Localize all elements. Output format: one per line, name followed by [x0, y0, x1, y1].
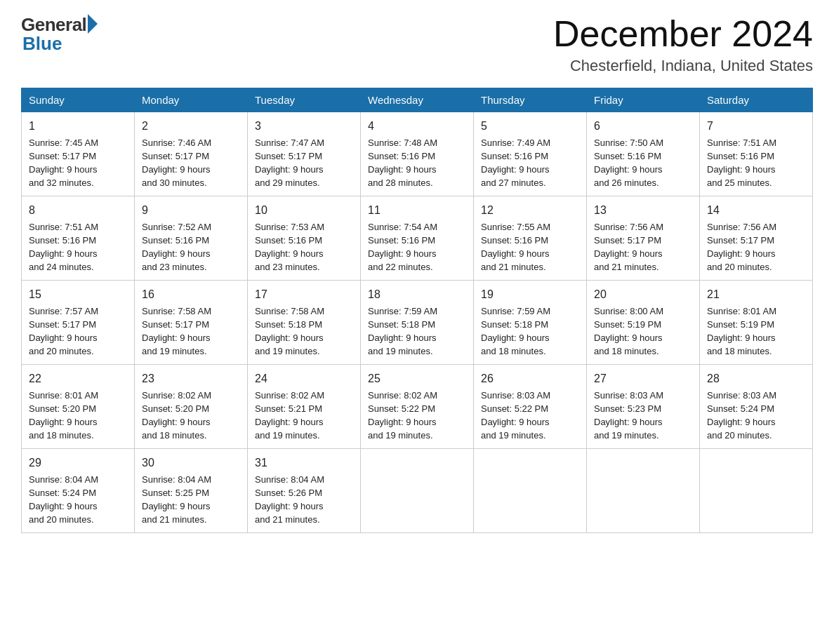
day-info: Sunrise: 8:03 AMSunset: 5:22 PMDaylight:…	[481, 389, 579, 442]
day-info: Sunrise: 8:03 AMSunset: 5:24 PMDaylight:…	[707, 389, 805, 442]
day-number: 17	[255, 286, 353, 302]
calendar-week-3: 15Sunrise: 7:57 AMSunset: 5:17 PMDayligh…	[22, 281, 813, 365]
day-info: Sunrise: 7:53 AMSunset: 5:16 PMDaylight:…	[255, 221, 353, 274]
calendar-body: 1Sunrise: 7:45 AMSunset: 5:17 PMDaylight…	[22, 112, 813, 533]
day-number: 9	[142, 202, 240, 218]
page-header: General Blue December 2024 Chesterfield,…	[21, 14, 813, 75]
calendar-cell: 23Sunrise: 8:02 AMSunset: 5:20 PMDayligh…	[135, 365, 248, 449]
calendar-cell: 31Sunrise: 8:04 AMSunset: 5:26 PMDayligh…	[248, 449, 361, 533]
day-number: 4	[368, 118, 466, 134]
day-info: Sunrise: 8:02 AMSunset: 5:21 PMDaylight:…	[255, 389, 353, 442]
calendar-cell: 2Sunrise: 7:46 AMSunset: 5:17 PMDaylight…	[135, 112, 248, 196]
day-info: Sunrise: 8:04 AMSunset: 5:26 PMDaylight:…	[255, 474, 353, 526]
day-number: 16	[142, 286, 240, 302]
calendar-cell: 1Sunrise: 7:45 AMSunset: 5:17 PMDaylight…	[22, 112, 135, 196]
calendar-week-5: 29Sunrise: 8:04 AMSunset: 5:24 PMDayligh…	[22, 449, 813, 533]
day-number: 29	[29, 455, 127, 471]
day-info: Sunrise: 7:58 AMSunset: 5:18 PMDaylight:…	[255, 305, 353, 358]
day-info: Sunrise: 7:55 AMSunset: 5:16 PMDaylight:…	[481, 221, 579, 274]
day-number: 28	[707, 370, 805, 387]
location-title: Chesterfield, Indiana, United States	[553, 57, 813, 75]
calendar-cell: 6Sunrise: 7:50 AMSunset: 5:16 PMDaylight…	[587, 112, 700, 196]
calendar-cell: 19Sunrise: 7:59 AMSunset: 5:18 PMDayligh…	[474, 281, 587, 365]
calendar-cell: 26Sunrise: 8:03 AMSunset: 5:22 PMDayligh…	[474, 365, 587, 449]
day-number: 3	[255, 118, 353, 134]
day-number: 7	[707, 118, 805, 134]
calendar-cell	[474, 449, 587, 533]
calendar-cell: 25Sunrise: 8:02 AMSunset: 5:22 PMDayligh…	[361, 365, 474, 449]
day-info: Sunrise: 8:01 AMSunset: 5:20 PMDaylight:…	[29, 389, 127, 442]
day-number: 23	[142, 370, 240, 387]
day-info: Sunrise: 7:46 AMSunset: 5:17 PMDaylight:…	[142, 137, 240, 189]
header-friday: Friday	[587, 88, 700, 112]
title-area: December 2024 Chesterfield, Indiana, Uni…	[553, 14, 813, 75]
header-saturday: Saturday	[700, 88, 813, 112]
calendar-cell: 28Sunrise: 8:03 AMSunset: 5:24 PMDayligh…	[700, 365, 813, 449]
day-number: 26	[481, 370, 579, 387]
calendar-cell: 22Sunrise: 8:01 AMSunset: 5:20 PMDayligh…	[22, 365, 135, 449]
calendar-cell: 10Sunrise: 7:53 AMSunset: 5:16 PMDayligh…	[248, 196, 361, 281]
day-number: 18	[368, 286, 466, 302]
day-info: Sunrise: 8:00 AMSunset: 5:19 PMDaylight:…	[594, 305, 692, 358]
month-title: December 2024	[553, 14, 813, 54]
day-number: 1	[29, 118, 127, 134]
calendar-cell: 9Sunrise: 7:52 AMSunset: 5:16 PMDaylight…	[135, 196, 248, 281]
day-info: Sunrise: 7:51 AMSunset: 5:16 PMDaylight:…	[707, 137, 805, 189]
calendar-cell: 3Sunrise: 7:47 AMSunset: 5:17 PMDaylight…	[248, 112, 361, 196]
calendar-week-2: 8Sunrise: 7:51 AMSunset: 5:16 PMDaylight…	[22, 196, 813, 281]
calendar-cell: 18Sunrise: 7:59 AMSunset: 5:18 PMDayligh…	[361, 281, 474, 365]
calendar-cell: 17Sunrise: 7:58 AMSunset: 5:18 PMDayligh…	[248, 281, 361, 365]
day-info: Sunrise: 7:49 AMSunset: 5:16 PMDaylight:…	[481, 137, 579, 189]
day-number: 8	[29, 202, 127, 218]
day-number: 14	[707, 202, 805, 218]
day-number: 19	[481, 286, 579, 302]
day-number: 10	[255, 202, 353, 218]
day-info: Sunrise: 8:01 AMSunset: 5:19 PMDaylight:…	[707, 305, 805, 358]
day-info: Sunrise: 8:02 AMSunset: 5:22 PMDaylight:…	[368, 389, 466, 442]
day-info: Sunrise: 7:47 AMSunset: 5:17 PMDaylight:…	[255, 137, 353, 189]
day-number: 13	[594, 202, 692, 218]
day-info: Sunrise: 7:52 AMSunset: 5:16 PMDaylight:…	[142, 221, 240, 274]
day-info: Sunrise: 7:58 AMSunset: 5:17 PMDaylight:…	[142, 305, 240, 358]
day-info: Sunrise: 8:03 AMSunset: 5:23 PMDaylight:…	[594, 389, 692, 442]
day-info: Sunrise: 7:56 AMSunset: 5:17 PMDaylight:…	[594, 221, 692, 274]
day-number: 2	[142, 118, 240, 134]
header-tuesday: Tuesday	[248, 88, 361, 112]
calendar-cell: 24Sunrise: 8:02 AMSunset: 5:21 PMDayligh…	[248, 365, 361, 449]
calendar-cell	[361, 449, 474, 533]
day-number: 21	[707, 286, 805, 302]
day-number: 12	[481, 202, 579, 218]
calendar-cell: 5Sunrise: 7:49 AMSunset: 5:16 PMDaylight…	[474, 112, 587, 196]
logo-arrow-icon	[88, 14, 98, 34]
calendar-cell: 30Sunrise: 8:04 AMSunset: 5:25 PMDayligh…	[135, 449, 248, 533]
day-number: 15	[29, 286, 127, 302]
calendar-cell: 21Sunrise: 8:01 AMSunset: 5:19 PMDayligh…	[700, 281, 813, 365]
day-number: 20	[594, 286, 692, 302]
day-number: 31	[255, 455, 353, 471]
day-number: 5	[481, 118, 579, 134]
day-info: Sunrise: 8:04 AMSunset: 5:25 PMDaylight:…	[142, 474, 240, 526]
calendar-cell: 7Sunrise: 7:51 AMSunset: 5:16 PMDaylight…	[700, 112, 813, 196]
calendar-cell: 8Sunrise: 7:51 AMSunset: 5:16 PMDaylight…	[22, 196, 135, 281]
calendar-table: SundayMondayTuesdayWednesdayThursdayFrid…	[21, 88, 813, 533]
calendar-cell: 4Sunrise: 7:48 AMSunset: 5:16 PMDaylight…	[361, 112, 474, 196]
day-number: 25	[368, 370, 466, 387]
logo: General Blue	[21, 14, 98, 55]
day-info: Sunrise: 7:54 AMSunset: 5:16 PMDaylight:…	[368, 221, 466, 274]
calendar-cell	[700, 449, 813, 533]
header-sunday: Sunday	[22, 88, 135, 112]
day-info: Sunrise: 7:56 AMSunset: 5:17 PMDaylight:…	[707, 221, 805, 274]
logo-blue-text: Blue	[22, 33, 62, 55]
day-number: 6	[594, 118, 692, 134]
calendar-cell: 15Sunrise: 7:57 AMSunset: 5:17 PMDayligh…	[22, 281, 135, 365]
day-info: Sunrise: 7:59 AMSunset: 5:18 PMDaylight:…	[481, 305, 579, 358]
calendar-cell: 13Sunrise: 7:56 AMSunset: 5:17 PMDayligh…	[587, 196, 700, 281]
calendar-cell: 16Sunrise: 7:58 AMSunset: 5:17 PMDayligh…	[135, 281, 248, 365]
day-info: Sunrise: 7:57 AMSunset: 5:17 PMDaylight:…	[29, 305, 127, 358]
day-info: Sunrise: 7:59 AMSunset: 5:18 PMDaylight:…	[368, 305, 466, 358]
header-monday: Monday	[135, 88, 248, 112]
calendar-cell: 20Sunrise: 8:00 AMSunset: 5:19 PMDayligh…	[587, 281, 700, 365]
day-info: Sunrise: 7:45 AMSunset: 5:17 PMDaylight:…	[29, 137, 127, 189]
calendar-header-row: SundayMondayTuesdayWednesdayThursdayFrid…	[22, 88, 813, 112]
day-info: Sunrise: 8:04 AMSunset: 5:24 PMDaylight:…	[29, 474, 127, 526]
